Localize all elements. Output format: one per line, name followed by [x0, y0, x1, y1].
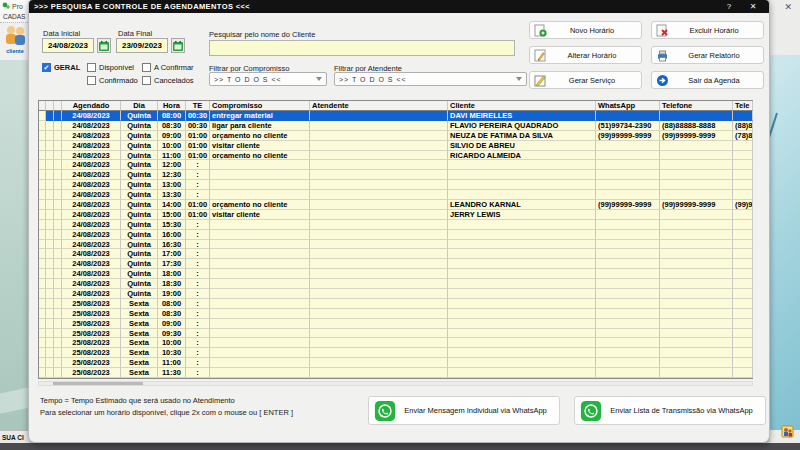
header-indicator — [54, 101, 62, 111]
checkbox-geral[interactable]: ✔GERAL — [42, 62, 80, 72]
horizontal-scrollbar[interactable] — [38, 381, 753, 386]
whatsapp-individual-button[interactable]: Enviar Mensagem Individual via WhatsApp — [368, 396, 560, 425]
table-cell: 18:00 — [158, 269, 186, 279]
checkbox-cancelados[interactable]: Cancelados — [142, 75, 194, 85]
table-row[interactable]: 24/08/2023Quinta09:0001:00orçamento no c… — [39, 131, 752, 141]
table-row[interactable]: 24/08/2023Quinta16:00: — [39, 230, 752, 240]
table-row[interactable]: 24/08/2023Quinta15:30: — [39, 220, 752, 230]
data-inicial-calendar-button[interactable] — [97, 38, 111, 53]
table-row[interactable]: 25/08/2023Sexta08:30: — [39, 309, 752, 319]
table-cell: FLAVIO PEREIRA QUADRADO — [448, 121, 596, 131]
table-row[interactable]: 24/08/2023Quinta13:30: — [39, 190, 752, 200]
report-horario-button[interactable]: Gerar Relatório — [651, 46, 764, 64]
checkbox-unchecked-icon[interactable] — [142, 76, 151, 85]
new-horario-button[interactable]: Novo Horário — [529, 21, 642, 39]
table-row[interactable]: 24/08/2023Quinta19:00: — [39, 289, 752, 299]
table-row[interactable]: 25/08/2023Sexta09:00: — [39, 319, 752, 329]
row-indicator — [54, 309, 62, 319]
table-cell — [596, 249, 660, 259]
table-row[interactable]: 24/08/2023Quinta13:00: — [39, 180, 752, 190]
table-cell — [660, 269, 733, 279]
table-cell — [596, 309, 660, 319]
service-horario-button[interactable]: Gerar Serviço — [529, 71, 642, 89]
row-indicator — [39, 289, 46, 299]
delete-horario-button[interactable]: Excluir Horário — [651, 21, 764, 39]
table-cell — [210, 170, 310, 180]
table-cell: 11:00 — [158, 151, 186, 161]
table-row[interactable]: 24/08/2023Quinta18:30: — [39, 279, 752, 289]
table-cell: : — [186, 289, 210, 299]
atendente-dropdown[interactable]: >> T O D O S << — [334, 72, 527, 86]
table-cell: : — [186, 249, 210, 259]
table-cell: Sexta — [121, 368, 158, 378]
whatsapp-individual-label: Enviar Mensagem Individual via WhatsApp — [396, 406, 559, 415]
table-row[interactable]: 24/08/2023Quinta16:30: — [39, 240, 752, 250]
table-cell — [596, 259, 660, 269]
row-indicator — [46, 240, 54, 250]
table-row[interactable]: 24/08/2023Quinta14:0001:00orçamento no c… — [39, 200, 752, 210]
table-row[interactable]: 24/08/2023Quinta12:00: — [39, 160, 752, 170]
table-row[interactable]: 25/08/2023Sexta09:30: — [39, 329, 752, 339]
scrollbar-thumb[interactable] — [53, 382, 143, 385]
table-row[interactable]: 24/08/2023Quinta10:0001:00visitar client… — [39, 141, 752, 151]
row-indicator — [54, 259, 62, 269]
table-cell — [596, 279, 660, 289]
table-row[interactable]: 25/08/2023Sexta08:00: — [39, 299, 752, 309]
row-indicator — [39, 279, 46, 289]
table-cell — [733, 358, 753, 368]
table-cell — [596, 329, 660, 339]
data-final-calendar-button[interactable] — [171, 38, 185, 53]
table-cell: 24/08/2023 — [62, 180, 121, 190]
table-row[interactable]: 25/08/2023Sexta11:30: — [39, 368, 752, 378]
search-input[interactable] — [209, 40, 515, 56]
clients-icon[interactable] — [2, 24, 28, 48]
help-button[interactable]: ? — [721, 0, 737, 13]
background-close-icon[interactable]: ✕ — [784, 2, 792, 12]
edit-horario-button[interactable]: Alterar Horário — [529, 46, 642, 64]
table-row[interactable]: 25/08/2023Sexta11:00: — [39, 358, 752, 368]
table-row[interactable]: 24/08/2023Quinta08:0000:30entregar mater… — [39, 111, 752, 121]
checkbox-confirmado[interactable]: Confirmado — [87, 75, 138, 85]
background-menu-item[interactable]: CADAS — [0, 12, 30, 22]
atendente-dropdown-value: >> T O D O S << — [339, 76, 407, 83]
checkbox-unchecked-icon[interactable] — [142, 63, 151, 72]
data-inicial-input[interactable]: 24/08/2023 — [42, 38, 94, 53]
compromisso-dropdown[interactable]: >> T O D O S << — [209, 72, 327, 86]
checkbox-disponível[interactable]: Disponível — [87, 62, 134, 72]
whatsapp-lista-button[interactable]: Enviar Lista de Transmissão via WhatsApp — [574, 396, 766, 425]
chevron-down-icon — [316, 77, 322, 81]
table-row[interactable]: 24/08/2023Quinta15:0001:00visitar client… — [39, 210, 752, 220]
table-cell: : — [186, 299, 210, 309]
table-row[interactable]: 24/08/2023Quinta18:00: — [39, 269, 752, 279]
table-cell — [210, 190, 310, 200]
table-cell — [596, 141, 660, 151]
data-final-input[interactable]: 23/09/2023 — [116, 38, 168, 53]
row-indicator — [39, 249, 46, 259]
table-cell — [733, 299, 753, 309]
table-row[interactable]: 24/08/2023Quinta08:3000:30ligar para cli… — [39, 121, 752, 131]
checkbox-checked-icon[interactable]: ✔ — [42, 63, 51, 72]
checkbox-unchecked-icon[interactable] — [87, 63, 96, 72]
table-cell — [210, 319, 310, 329]
table-cell: (99)99999-9999 — [596, 131, 660, 141]
table-row[interactable]: 24/08/2023Quinta11:0001:00orçamento no c… — [39, 151, 752, 161]
table-row[interactable]: 24/08/2023Quinta17:30: — [39, 259, 752, 269]
data-inicial-label: Data Inicial — [43, 29, 80, 38]
exit-horario-button[interactable]: Sair da Agenda — [651, 71, 764, 89]
checkbox-unchecked-icon[interactable] — [87, 76, 96, 85]
table-row[interactable]: 25/08/2023Sexta10:00: — [39, 338, 752, 348]
table-cell: 15:00 — [158, 210, 186, 220]
table-cell: Sexta — [121, 348, 158, 358]
column-header: Atendente — [310, 101, 448, 111]
checkbox-label: Disponível — [99, 63, 134, 72]
table-row[interactable]: 25/08/2023Sexta10:30: — [39, 348, 752, 358]
table-row[interactable]: 24/08/2023Quinta17:00: — [39, 249, 752, 259]
table-cell: Quinta — [121, 279, 158, 289]
checkbox-a-confirmar[interactable]: A Confirmar — [142, 62, 194, 72]
table-row[interactable]: 24/08/2023Quinta12:30: — [39, 170, 752, 180]
row-indicator — [39, 358, 46, 368]
row-indicator — [39, 121, 46, 131]
close-button[interactable]: ✕ — [745, 0, 761, 13]
action-label: Gerar Relatório — [671, 51, 763, 60]
background-mini-people-icon[interactable] — [781, 425, 794, 438]
